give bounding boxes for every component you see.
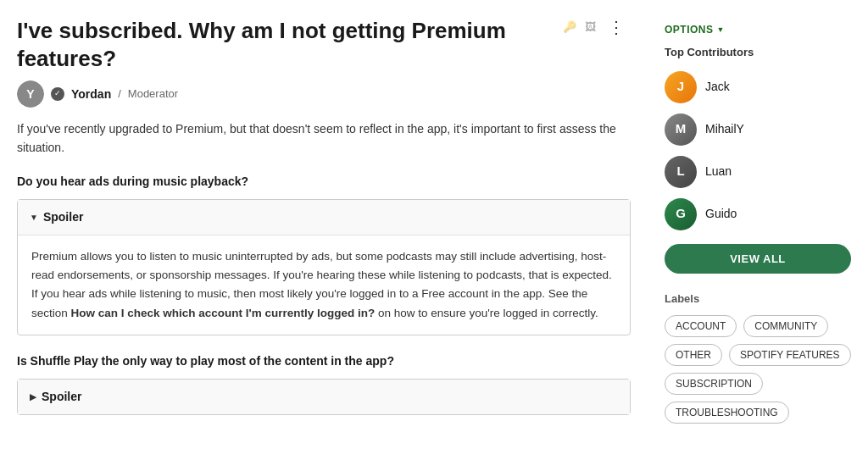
post-title: I've subscribed. Why am I not getting Pr… — [17, 17, 555, 72]
title-icons: 🔑 🖼 ⋮ — [562, 17, 631, 37]
contributor-name-luan: Luan — [705, 163, 732, 180]
page-layout: I've subscribed. Why am I not getting Pr… — [0, 0, 868, 471]
label-subscription[interactable]: SUBSCRIPTION — [665, 373, 763, 395]
title-row: I've subscribed. Why am I not getting Pr… — [17, 17, 631, 72]
spoiler-box-ads: ▼ Spoiler Premium allows you to listen t… — [17, 199, 631, 335]
spoiler-content-ads: Premium allows you to listen to music un… — [18, 235, 630, 335]
view-all-button[interactable]: VIEW ALL — [665, 244, 851, 274]
contributor-name-mihail: MihailY — [705, 120, 744, 138]
spoiler-box-shuffle: ▶ Spoiler — [17, 379, 631, 415]
spoiler-header-ads[interactable]: ▼ Spoiler — [18, 200, 630, 235]
author-row: Y ✓ Yordan / Moderator — [17, 80, 631, 108]
spoiler-label-ads: Spoiler — [43, 208, 83, 226]
contributor-avatar-jack: J — [665, 71, 697, 103]
spoiler-arrow-ads: ▼ — [30, 211, 38, 224]
author-avatar: Y — [17, 80, 44, 108]
author-divider: / — [118, 86, 121, 103]
contributor-name-guido: Guido — [705, 205, 737, 223]
label-troubleshooting[interactable]: TROUBLESHOOTING — [665, 402, 789, 424]
contributor-item-mihail: M MihailY — [665, 114, 851, 146]
three-dot-menu-button[interactable]: ⋮ — [603, 17, 631, 37]
author-role: Moderator — [128, 86, 178, 103]
contributor-avatar-mihail: M — [665, 114, 697, 146]
section-question-ads: Do you hear ads during music playback? — [17, 173, 631, 191]
contributor-name-jack: Jack — [705, 78, 730, 96]
contributor-list: J Jack M MihailY L Luan G Guido — [665, 71, 851, 230]
spoiler-header-shuffle[interactable]: ▶ Spoiler — [18, 380, 630, 414]
label-account[interactable]: ACCOUNT — [665, 315, 737, 337]
label-other[interactable]: OTHER — [665, 344, 722, 366]
avatar-circle: Y — [17, 80, 44, 108]
label-community[interactable]: COMMUNITY — [743, 315, 828, 337]
post-intro: If you've recently upgraded to Premium, … — [17, 119, 631, 158]
image-icon: 🖼 — [582, 19, 598, 35]
contributor-item-guido: G Guido — [665, 198, 851, 230]
label-tags: ACCOUNT COMMUNITY OTHER SPOTIFY FEATURES… — [665, 315, 851, 424]
contributor-avatar-luan: L — [665, 156, 697, 188]
sidebar: OPTIONS ▼ Top Contributors J Jack M Miha… — [665, 17, 851, 454]
top-contributors-title: Top Contributors — [665, 44, 851, 61]
spoiler-text-ads: Premium allows you to listen to music un… — [31, 247, 616, 323]
author-name: Yordan — [71, 86, 111, 103]
key-icon: 🔑 — [562, 19, 577, 35]
contributor-item-luan: L Luan — [665, 156, 851, 188]
options-arrow: ▼ — [717, 25, 725, 34]
contributor-avatar-guido: G — [665, 198, 697, 230]
label-spotify-features[interactable]: SPOTIFY FEATURES — [729, 344, 851, 366]
main-content: I've subscribed. Why am I not getting Pr… — [17, 17, 631, 454]
contributor-item-jack: J Jack — [665, 71, 851, 103]
section-question-shuffle: Is Shuffle Play the only way to play mos… — [17, 352, 631, 370]
options-button[interactable]: OPTIONS ▼ — [665, 24, 725, 36]
section-ads: Do you hear ads during music playback? ▼… — [17, 173, 631, 335]
spoiler-label-shuffle: Spoiler — [42, 388, 81, 406]
section-shuffle: Is Shuffle Play the only way to play mos… — [17, 352, 631, 415]
options-label: OPTIONS — [665, 24, 714, 36]
moderator-icon: ✓ — [51, 87, 64, 101]
spoiler-arrow-shuffle: ▶ — [30, 391, 36, 403]
labels-title: Labels — [665, 291, 851, 308]
bold-phrase: How can I check which account I'm curren… — [71, 307, 376, 319]
